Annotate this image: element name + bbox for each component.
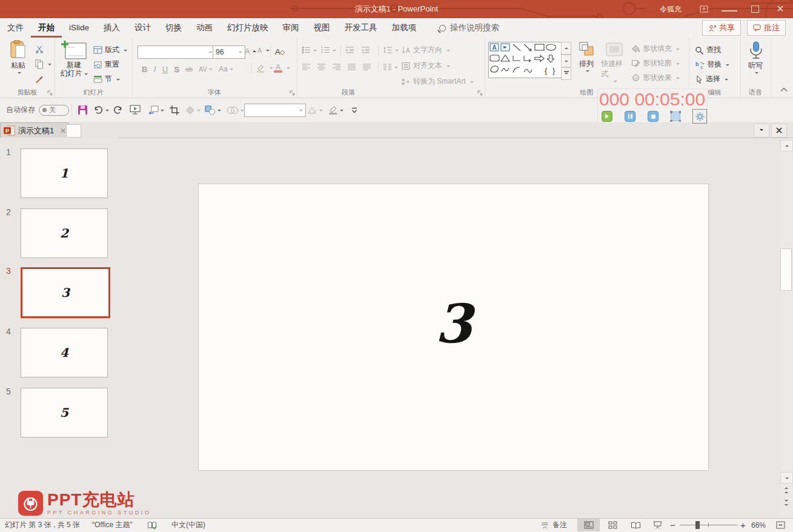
arrange-quick-button[interactable]	[148, 98, 164, 122]
paragraph-dialog-launcher[interactable]	[477, 90, 483, 96]
close-document-button[interactable]: ✕	[771, 124, 787, 138]
format-painter-button[interactable]	[35, 75, 44, 84]
next-slide-button[interactable]	[780, 497, 792, 508]
scroll-down-button[interactable]	[780, 472, 793, 484]
bullets-button[interactable]	[302, 46, 317, 54]
increase-indent-button[interactable]	[361, 46, 370, 54]
change-case-button[interactable]: Aa	[219, 65, 233, 73]
shape-outline-button[interactable]: 形状轮廓	[631, 58, 680, 68]
strikethrough-button[interactable]: ab	[185, 65, 193, 73]
font-color-button[interactable]: A	[274, 63, 290, 73]
spell-check-indicator[interactable]	[147, 519, 157, 531]
ribbon-display-options-icon[interactable]	[691, 0, 717, 18]
shape-effects-button[interactable]: 形状效果	[631, 73, 680, 83]
tab-insert[interactable]: 插入	[96, 18, 127, 38]
tell-me-search[interactable]: 操作说明搜索	[439, 18, 499, 38]
arrange-button[interactable]: 排列	[574, 41, 599, 73]
align-center-button[interactable]	[317, 63, 326, 71]
text-shadow-button[interactable]: S	[174, 65, 179, 74]
justify-button[interactable]	[347, 63, 356, 71]
shape-fill-button[interactable]: 形状填充	[631, 44, 680, 54]
tab-developer[interactable]: 开发工具	[337, 18, 385, 38]
shape-outline-quick-button[interactable]	[307, 98, 323, 122]
tab-review[interactable]: 审阅	[276, 18, 307, 38]
find-button[interactable]: 查找	[695, 45, 721, 55]
previous-slide-button[interactable]	[780, 485, 792, 496]
underline-button[interactable]: U	[162, 65, 168, 74]
dictate-button[interactable]: 听写	[745, 41, 766, 75]
theme-name[interactable]: “Office 主题”	[92, 519, 132, 531]
timer-transform-button[interactable]	[671, 111, 680, 121]
new-slide-button[interactable]: 新建 幻灯片	[58, 40, 90, 78]
reading-view-button[interactable]	[625, 519, 647, 531]
zoom-slider-handle[interactable]	[695, 521, 700, 529]
slide-content-text[interactable]: 3	[435, 292, 472, 355]
autosave-toggle[interactable]: 关	[39, 98, 69, 122]
vertical-scrollbar[interactable]	[780, 139, 792, 517]
save-button[interactable]	[78, 98, 88, 122]
tab-view[interactable]: 视图	[307, 18, 337, 38]
tab-slideshow[interactable]: 幻灯片放映	[220, 18, 276, 38]
merge-shapes-quick-button[interactable]	[227, 98, 244, 122]
qat-overflow-button[interactable]	[351, 98, 357, 122]
italic-button[interactable]: I	[153, 64, 156, 74]
quick-styles-button[interactable]: 快速样式	[601, 41, 628, 83]
collapse-ribbon-button[interactable]	[780, 87, 788, 92]
redo-button[interactable]	[113, 98, 123, 122]
scrollbar-thumb[interactable]	[780, 248, 792, 291]
paste-button[interactable]: 粘贴	[5, 40, 32, 75]
slide-editing-canvas[interactable]: 3	[198, 184, 709, 471]
decrease-indent-button[interactable]	[345, 46, 354, 54]
align-right-button[interactable]	[332, 63, 341, 71]
cut-button[interactable]	[35, 45, 44, 53]
share-button[interactable]: 共享	[702, 20, 741, 36]
maximize-button[interactable]	[742, 0, 768, 18]
start-from-this-slide-button[interactable]	[130, 98, 141, 122]
distribute-button[interactable]	[362, 63, 371, 71]
slide-4-thumbnail[interactable]: 4	[21, 328, 108, 377]
gallery-more-button[interactable]	[561, 67, 571, 80]
qat-combo[interactable]	[244, 98, 306, 122]
tab-transitions[interactable]: 切换	[158, 18, 189, 38]
notes-button[interactable]: 备注	[541, 519, 567, 531]
gallery-scroll-down[interactable]	[561, 55, 571, 67]
clipboard-dialog-launcher[interactable]	[47, 90, 53, 96]
tab-design[interactable]: 设计	[127, 18, 158, 38]
select-button[interactable]: 选择	[695, 74, 728, 84]
fit-slide-to-window-button[interactable]	[776, 519, 785, 531]
shapes-gallery[interactable]: A { }	[488, 42, 562, 78]
gallery-scroll-up[interactable]	[561, 42, 571, 55]
zoom-level[interactable]: 66%	[751, 519, 766, 531]
slideshow-view-button[interactable]	[646, 519, 669, 531]
font-name-combo[interactable]	[138, 45, 215, 59]
numbering-button[interactable]	[321, 46, 336, 54]
replace-button[interactable]: bc 替换	[695, 59, 729, 70]
grow-font-button[interactable]: A	[245, 47, 256, 56]
section-button[interactable]: 节	[93, 74, 120, 84]
character-spacing-button[interactable]: AV	[199, 65, 213, 73]
align-text-button[interactable]: 对齐文本	[401, 61, 450, 71]
undo-button[interactable]	[93, 98, 109, 122]
minimize-button[interactable]	[717, 0, 742, 18]
font-size-combo[interactable]: 96	[213, 45, 245, 59]
convert-smartart-button[interactable]: 转换为 SmartArt	[401, 76, 474, 87]
tab-home[interactable]: 开始	[31, 18, 62, 38]
zoom-slider-track[interactable]	[680, 525, 738, 525]
shape-insert-quick-button[interactable]	[205, 98, 221, 122]
slide-5-thumbnail[interactable]: 5	[21, 388, 108, 437]
new-document-tab-button[interactable]	[66, 124, 81, 138]
document-tab[interactable]: P 演示文稿1 ✕	[0, 122, 69, 138]
zoom-out-button[interactable]: −	[670, 519, 675, 531]
tab-islide[interactable]: iSlide	[62, 18, 96, 38]
normal-view-button[interactable]	[577, 519, 600, 531]
timer-settings-button[interactable]	[692, 109, 707, 124]
copy-button[interactable]	[35, 59, 51, 69]
timer-pause-button[interactable]	[625, 111, 635, 122]
document-tab-close-icon[interactable]: ✕	[60, 127, 66, 135]
tab-addins[interactable]: 加载项	[385, 18, 424, 38]
tab-animations[interactable]: 动画	[189, 18, 220, 38]
reset-button[interactable]: 重置	[93, 59, 119, 70]
tab-file[interactable]: 文件	[0, 18, 31, 38]
crop-button[interactable]	[170, 98, 179, 122]
user-account[interactable]: 令狐充	[650, 4, 691, 15]
